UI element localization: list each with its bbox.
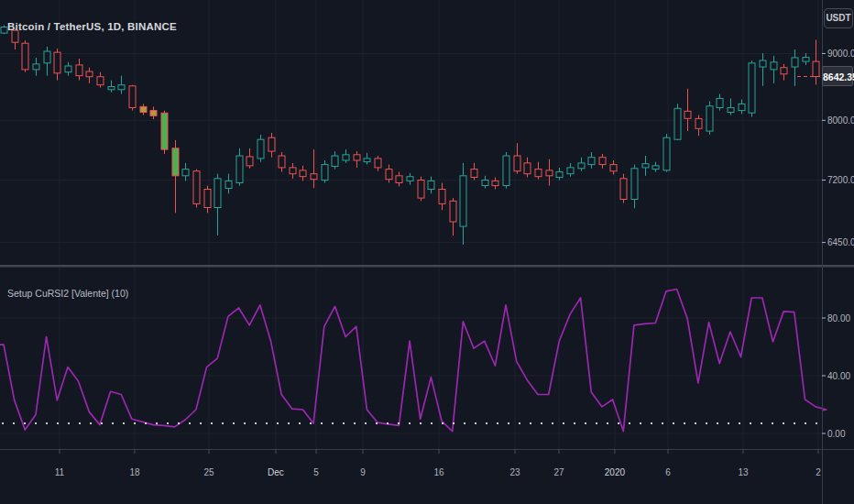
candle[interactable] xyxy=(129,85,136,111)
candle[interactable] xyxy=(567,163,574,177)
candle[interactable] xyxy=(428,177,434,194)
candle-body xyxy=(65,66,71,72)
candle[interactable] xyxy=(450,198,456,236)
candle[interactable] xyxy=(354,151,360,168)
candle[interactable] xyxy=(674,104,681,140)
candle-body xyxy=(300,170,306,177)
candle[interactable] xyxy=(364,153,370,165)
candle[interactable] xyxy=(44,47,50,76)
candle[interactable] xyxy=(556,168,563,181)
candle[interactable] xyxy=(482,176,488,189)
candle[interactable] xyxy=(728,98,734,115)
candle[interactable] xyxy=(118,76,125,94)
candle[interactable] xyxy=(792,49,798,86)
candle-body xyxy=(354,155,360,160)
candle[interactable] xyxy=(599,154,606,169)
candle[interactable] xyxy=(739,100,745,115)
candle[interactable] xyxy=(76,59,82,81)
candle[interactable] xyxy=(214,174,221,236)
candle[interactable] xyxy=(781,64,787,81)
candle[interactable] xyxy=(418,177,424,202)
indicator-line[interactable] xyxy=(0,290,827,432)
candle[interactable] xyxy=(257,135,264,162)
time-axis[interactable]: 111825Dec5916232720206132 xyxy=(55,449,821,477)
candle[interactable] xyxy=(460,163,466,245)
candle[interactable] xyxy=(652,162,659,172)
candle[interactable] xyxy=(620,174,627,203)
candle-body xyxy=(225,181,232,188)
candle[interactable] xyxy=(300,166,306,181)
candle[interactable] xyxy=(343,149,349,163)
candle-body xyxy=(514,156,520,171)
candle[interactable] xyxy=(375,156,381,171)
candle-body xyxy=(460,176,466,226)
candle-body xyxy=(610,165,617,171)
candle[interactable] xyxy=(65,62,71,76)
chart-canvas[interactable]: 9000.008000.007200.006450.0080.0040.000.… xyxy=(0,0,854,504)
candle[interactable] xyxy=(236,148,243,186)
time-axis-label: 9 xyxy=(360,467,366,477)
candle[interactable] xyxy=(535,162,542,180)
candle[interactable] xyxy=(150,106,157,119)
candle-body xyxy=(22,43,28,70)
candle[interactable] xyxy=(407,173,413,185)
candle[interactable] xyxy=(182,163,189,181)
candle-body xyxy=(1,27,7,34)
candle[interactable] xyxy=(695,115,702,137)
candle-body xyxy=(428,181,434,189)
price-axis[interactable]: 9000.008000.007200.006450.0080.0040.000.… xyxy=(822,49,854,439)
candle[interactable] xyxy=(108,81,115,93)
candle[interactable] xyxy=(332,151,338,170)
indicator-title[interactable]: Setup CuRSI2 [Valente] (10) xyxy=(7,288,128,299)
candle[interactable] xyxy=(161,111,168,154)
candle-body xyxy=(279,156,285,168)
candle-body xyxy=(129,86,136,108)
candle[interactable] xyxy=(193,170,200,208)
candle[interactable] xyxy=(760,53,766,86)
candle[interactable] xyxy=(268,133,275,158)
candle[interactable] xyxy=(1,26,7,35)
candle[interactable] xyxy=(588,152,595,169)
candle-body xyxy=(749,63,755,113)
candle-body xyxy=(439,190,445,204)
candle[interactable] xyxy=(204,186,211,214)
candle[interactable] xyxy=(503,152,509,189)
currency-toggle-button[interactable]: USDT xyxy=(824,8,853,28)
candle[interactable] xyxy=(771,56,777,83)
candle[interactable] xyxy=(524,158,531,178)
candle[interactable] xyxy=(471,163,477,181)
candle[interactable] xyxy=(684,89,691,131)
candle[interactable] xyxy=(631,165,638,209)
candle[interactable] xyxy=(97,72,104,88)
candle[interactable] xyxy=(86,68,93,83)
price-axis-label: 7200.00 xyxy=(827,175,854,185)
candle[interactable] xyxy=(642,156,649,176)
candle[interactable] xyxy=(22,40,28,72)
pane-separator[interactable] xyxy=(0,265,854,268)
symbol-title[interactable]: Bitcoin / TetherUS, 1D, BINANCE xyxy=(7,21,177,32)
candle[interactable] xyxy=(717,94,723,111)
candle[interactable] xyxy=(225,174,232,194)
candle[interactable] xyxy=(246,148,253,169)
candle-body xyxy=(236,156,243,183)
candle[interactable] xyxy=(396,172,402,187)
candle[interactable] xyxy=(803,53,809,65)
candle-body xyxy=(343,155,349,160)
candle-body xyxy=(471,170,477,178)
candle[interactable] xyxy=(546,159,553,186)
candle[interactable] xyxy=(279,152,285,172)
candle[interactable] xyxy=(290,163,296,179)
candle[interactable] xyxy=(140,104,147,115)
candle[interactable] xyxy=(749,60,755,116)
candle[interactable] xyxy=(610,160,617,175)
candle[interactable] xyxy=(33,58,39,76)
candle[interactable] xyxy=(322,160,328,183)
candle[interactable] xyxy=(578,158,585,171)
candle-body xyxy=(97,77,104,85)
candle[interactable] xyxy=(439,183,445,211)
candle[interactable] xyxy=(706,101,713,135)
candle-body xyxy=(214,179,221,208)
candle[interactable] xyxy=(492,178,498,190)
candle[interactable] xyxy=(172,140,179,213)
candle[interactable] xyxy=(663,134,670,171)
